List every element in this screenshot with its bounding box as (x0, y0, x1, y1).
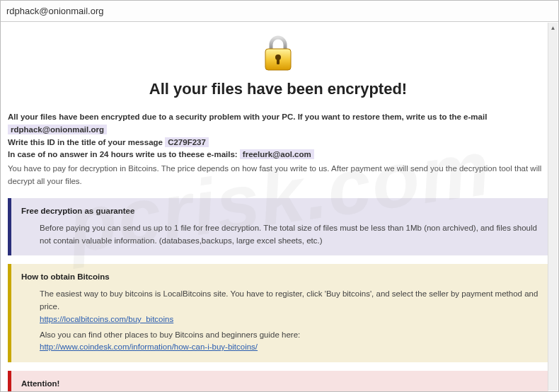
window-title: rdphack@onionmail.org (6, 6, 104, 16)
intro-line3-text: In case of no answer in 24 hours write u… (8, 150, 238, 158)
btc-link-1[interactable]: https://localbitcoins.com/buy_bitcoins (40, 315, 173, 323)
window-titlebar: rdphack@onionmail.org (1, 1, 558, 22)
content-area: All your files have been encrypted! All … (1, 22, 558, 391)
contact-email-2: freelurk@aol.com (240, 149, 314, 159)
intro-line2-text: Write this ID in the title of your messa… (8, 138, 163, 146)
obtain-bitcoins-title: How to obtain Bitcoins (21, 271, 540, 284)
btc-line-1: The easiest way to buy bitcoins is Local… (40, 288, 540, 313)
intro-line-3: In case of no answer in 24 hours write u… (8, 149, 548, 161)
free-decryption-body: Before paying you can send us up to 1 fi… (21, 222, 540, 248)
obtain-bitcoins-body: The easiest way to buy bitcoins is Local… (21, 288, 540, 354)
app-window: rdphack@onionmail.org (0, 0, 559, 392)
lock-icon (261, 62, 295, 74)
free-decryption-title: Free decryption as guarantee (21, 205, 540, 218)
obtain-bitcoins-box: How to obtain Bitcoins The easiest way t… (8, 264, 548, 362)
scrollbar[interactable]: ▲ (548, 23, 558, 391)
scroll-up-arrow[interactable]: ▲ (548, 23, 558, 33)
lock-icon-wrap (8, 35, 548, 74)
intro-line-1: All your files have been encrypted due t… (8, 111, 548, 137)
btc-link-2[interactable]: http://www.coindesk.com/information/how-… (40, 342, 258, 351)
intro-block: All your files have been encrypted due t… (8, 111, 548, 188)
payment-line: You have to pay for decryption in Bitcoi… (8, 163, 548, 188)
free-decryption-box: Free decryption as guarantee Before payi… (8, 198, 548, 255)
contact-email-1: rdphack@onionmail.org (8, 125, 107, 134)
intro-line1-text: All your files have been encrypted due t… (8, 113, 487, 121)
svg-rect-2 (277, 58, 280, 64)
page-heading: All your files have been encrypted! (8, 80, 548, 98)
victim-id: C279F237 (165, 137, 209, 147)
attention-title: Attention! (21, 378, 540, 391)
attention-box: Attention! Do not rename encrypted files… (8, 371, 548, 391)
intro-line-2: Write this ID in the title of your messa… (8, 137, 548, 149)
btc-line-2: Also you can find other places to buy Bi… (40, 329, 540, 342)
